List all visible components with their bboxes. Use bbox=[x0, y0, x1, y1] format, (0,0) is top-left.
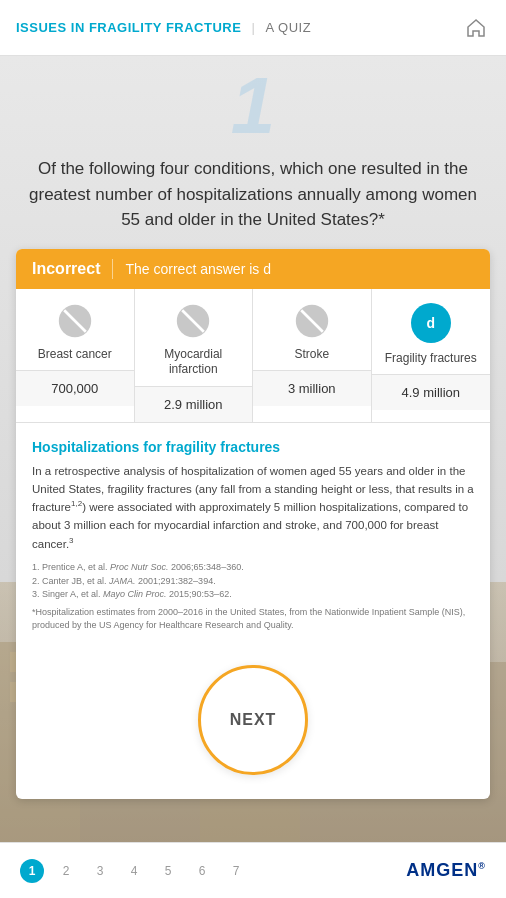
option-a-label: Breast cancer bbox=[32, 347, 118, 371]
trademark: ® bbox=[478, 861, 486, 871]
header: ISSUES IN FRAGILITY FRACTURE | A QUIZ bbox=[0, 0, 506, 56]
page-dot-6[interactable]: 6 bbox=[190, 859, 214, 883]
question-number: 1 bbox=[16, 66, 490, 146]
option-d-label: Fragility fractures bbox=[379, 351, 483, 375]
no-sign-c bbox=[294, 303, 330, 339]
option-a-icon-row bbox=[49, 289, 101, 347]
option-c-icon-row bbox=[286, 289, 338, 347]
correct-answer-text: The correct answer is d bbox=[125, 261, 271, 277]
option-d-icon-row: d bbox=[403, 289, 459, 351]
info-refs: 1. Prentice A, et al. Proc Nutr Soc. 200… bbox=[32, 561, 474, 633]
header-title: ISSUES IN FRAGILITY FRACTURE | A QUIZ bbox=[16, 20, 311, 35]
option-c-label: Stroke bbox=[288, 347, 335, 371]
answer-banner: Incorrect The correct answer is d bbox=[16, 249, 490, 289]
option-d-selected-icon: d bbox=[411, 303, 451, 343]
page-dot-3[interactable]: 3 bbox=[88, 859, 112, 883]
page-dot-2[interactable]: 2 bbox=[54, 859, 78, 883]
info-title: Hospitalizations for fragility fractures bbox=[32, 439, 474, 455]
header-subtitle: A QUIZ bbox=[266, 20, 312, 35]
header-highlight: ISSUES IN FRAGILITY FRACTURE bbox=[16, 20, 241, 35]
option-b-label: Myocardial infarction bbox=[135, 347, 253, 386]
no-sign-a bbox=[57, 303, 93, 339]
answer-card: Incorrect The correct answer is d Breast… bbox=[16, 249, 490, 799]
option-b-icon-row bbox=[167, 289, 219, 347]
option-d-value: 4.9 million bbox=[372, 374, 491, 410]
question-text: Of the following four conditions, which … bbox=[16, 146, 490, 249]
ref-2: 2. Canter JB, et al. JAMA. 2001;291:382–… bbox=[32, 575, 474, 589]
info-body: In a retrospective analysis of hospitali… bbox=[32, 463, 474, 554]
option-b: Myocardial infarction 2.9 million bbox=[135, 289, 254, 422]
next-button-area: NEXT bbox=[16, 645, 490, 799]
incorrect-label: Incorrect bbox=[32, 260, 100, 278]
ref-1: 1. Prentice A, et al. Proc Nutr Soc. 200… bbox=[32, 561, 474, 575]
page-dot-5[interactable]: 5 bbox=[156, 859, 180, 883]
options-table: Breast cancer 700,000 Myocardial infarct… bbox=[16, 289, 490, 423]
option-b-value: 2.9 million bbox=[135, 386, 253, 422]
banner-separator bbox=[112, 259, 113, 279]
option-a: Breast cancer 700,000 bbox=[16, 289, 135, 422]
header-separator: | bbox=[252, 20, 260, 35]
ref-asterisk: *Hospitalization estimates from 2000–201… bbox=[32, 606, 474, 633]
page-dot-1[interactable]: 1 bbox=[20, 859, 44, 883]
option-a-value: 700,000 bbox=[16, 370, 134, 406]
option-d: d Fragility fractures 4.9 million bbox=[372, 289, 491, 422]
option-c-value: 3 million bbox=[253, 370, 371, 406]
info-section: Hospitalizations for fragility fractures… bbox=[16, 423, 490, 645]
amgen-logo: AMGEN® bbox=[406, 860, 486, 881]
option-c: Stroke 3 million bbox=[253, 289, 372, 422]
ref-3: 3. Singer A, et al. Mayo Clin Proc. 2015… bbox=[32, 588, 474, 602]
next-button[interactable]: NEXT bbox=[198, 665, 308, 775]
no-sign-b bbox=[175, 303, 211, 339]
page-dot-7[interactable]: 7 bbox=[224, 859, 248, 883]
footer: 1 2 3 4 5 6 7 AMGEN® bbox=[0, 842, 506, 898]
page-dot-4[interactable]: 4 bbox=[122, 859, 146, 883]
pagination: 1 2 3 4 5 6 7 bbox=[20, 859, 248, 883]
main-content: 1 Of the following four conditions, whic… bbox=[0, 56, 506, 799]
home-icon[interactable] bbox=[462, 14, 490, 42]
